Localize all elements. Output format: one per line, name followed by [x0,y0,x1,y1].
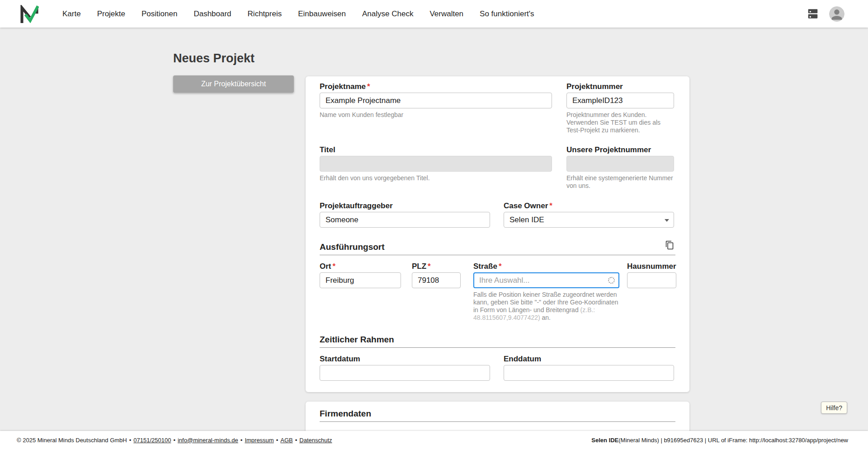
startdatum-label: Startdatum [320,355,490,364]
field-case-owner: Case Owner* Selen IDE [504,201,674,228]
required-asterisk: * [549,201,552,210]
strasse-input[interactable] [473,272,619,288]
case-owner-select[interactable]: Selen IDE [504,212,674,228]
case-owner-label: Case Owner* [504,201,674,210]
copyright-text: © 2025 Mineral Minds Deutschland GmbH [17,437,127,444]
projektnummer-label: Projektnummer [566,82,674,91]
startdatum-input[interactable] [320,365,490,381]
strasse-input-wrap [473,272,619,288]
chevron-down-icon [665,219,669,222]
enddatum-input[interactable] [504,365,674,381]
projektauftraggeber-label: Projektauftraggeber [320,201,490,210]
footer-left: © 2025 Mineral Minds Deutschland GmbH • … [17,437,332,444]
footer-session-info: Selen IDE (Mineral Minds) | b91695ed7623… [591,437,848,444]
strasse-helper: Falls die Position keiner Straße zugeord… [473,291,623,322]
ausfuehrungsort-section-title: Ausführungsort [320,242,675,252]
top-navbar: Karte Projekte Positionen Dashboard Rich… [0,0,868,28]
copy-button[interactable] [664,239,675,252]
field-projektname: Projektname* Name vom Kunden festlegbar [320,82,552,119]
footer-separator: • [173,437,175,444]
field-strasse: Straße* Falls die Position keiner Straße… [473,262,619,322]
footer-username: Selen IDE [591,437,618,444]
new-project-form-card: Projektname* Name vom Kunden festlegbar … [306,76,689,392]
field-projektnummer: Projektnummer Projektnummer des Kunden. … [566,82,674,134]
mineral-minds-logo[interactable] [20,5,39,23]
nav-verwalten[interactable]: Verwalten [429,9,463,19]
titel-helper: Erhält den von uns vorgegebenen Titel. [320,174,552,182]
logo-icon [20,5,39,23]
plz-input[interactable] [412,272,461,288]
page-title: Neues Projekt [173,51,255,65]
section-divider [320,347,675,348]
phone-link[interactable]: 07151/250100 [133,437,171,444]
nav-positionen[interactable]: Positionen [142,9,177,19]
nav-karte[interactable]: Karte [62,9,81,19]
copy-icon [665,240,675,250]
nav-so-funktionierts[interactable]: So funktioniert's [480,9,534,19]
projektnummer-helper: Projektnummer des Kunden. Verwenden Sie … [566,111,674,134]
section-divider [320,421,675,422]
page-footer: © 2025 Mineral Minds Deutschland GmbH • … [0,431,868,449]
navbar-right-actions [807,6,844,22]
agb-link[interactable]: AGB [280,437,292,444]
titel-input [320,156,552,172]
titel-label: Titel [320,145,552,154]
hausnummer-input[interactable] [627,272,676,288]
nav-einbauweisen[interactable]: Einbauweisen [298,9,346,19]
section-zeitlicher-rahmen: Zeitlicher Rahmen [320,335,675,348]
impressum-link[interactable]: Impressum [245,437,274,444]
ort-label: Ort* [320,262,401,271]
email-link[interactable]: info@mineral-minds.de [178,437,238,444]
nav-analyse-check[interactable]: Analyse Check [362,9,413,19]
case-owner-selected-value: Selen IDE [509,215,544,224]
field-enddatum: Enddatum [504,355,674,381]
field-plz: PLZ* [412,262,461,288]
hausnummer-label: Hausnummer [627,262,676,271]
field-ort: Ort* [320,262,401,288]
loading-spinner-icon [608,277,615,284]
firmendaten-section-title: Firmendaten [320,409,675,419]
user-avatar[interactable] [829,6,844,22]
enddatum-label: Enddatum [504,355,674,364]
main-nav: Karte Projekte Positionen Dashboard Rich… [62,9,551,19]
field-projektauftraggeber: Projektauftraggeber [320,201,490,228]
field-startdatum: Startdatum [320,355,490,381]
unsere-projektnummer-input [566,156,674,172]
ort-input[interactable] [320,272,401,288]
projektauftraggeber-input[interactable] [320,212,490,228]
section-firmendaten: Firmendaten [320,409,675,422]
projektnummer-input[interactable] [566,93,674,108]
help-button[interactable]: Hilfe? [821,402,847,414]
footer-separator: • [276,437,278,444]
server-icon[interactable] [807,9,819,19]
nav-richtpreis[interactable]: Richtpreis [248,9,282,19]
field-hausnummer: Hausnummer [627,262,676,288]
section-divider [320,255,675,255]
footer-separator: • [295,437,297,444]
footer-session-details: (Mineral Minds) | b91695ed7623 | URL of … [618,437,848,444]
back-to-project-overview-button[interactable]: Zur Projektübersicht [173,75,294,93]
field-unsere-projektnummer: Unsere Projektnummer Erhält eine systemg… [566,145,674,190]
projektname-label: Projektname* [320,82,552,91]
unsere-projektnummer-helper: Erhält eine systemgenerierte Nummer von … [566,174,674,190]
zeitlicher-rahmen-section-title: Zeitlicher Rahmen [320,335,675,345]
projektname-input[interactable] [320,93,552,108]
field-titel: Titel Erhält den von uns vorgegebenen Ti… [320,145,552,182]
required-asterisk: * [367,82,370,91]
plz-label: PLZ* [412,262,461,271]
required-asterisk: * [428,262,431,271]
footer-separator: • [129,437,132,444]
footer-separator: • [241,437,243,444]
nav-projekte[interactable]: Projekte [97,9,125,19]
projektname-helper: Name vom Kunden festlegbar [320,111,552,119]
nav-dashboard[interactable]: Dashboard [193,9,231,19]
required-asterisk: * [499,262,502,271]
required-asterisk: * [333,262,336,271]
strasse-label: Straße* [473,262,619,271]
datenschutz-link[interactable]: Datenschutz [299,437,332,444]
section-ausfuehrungsort: Ausführungsort [320,242,675,255]
unsere-projektnummer-label: Unsere Projektnummer [566,145,674,154]
